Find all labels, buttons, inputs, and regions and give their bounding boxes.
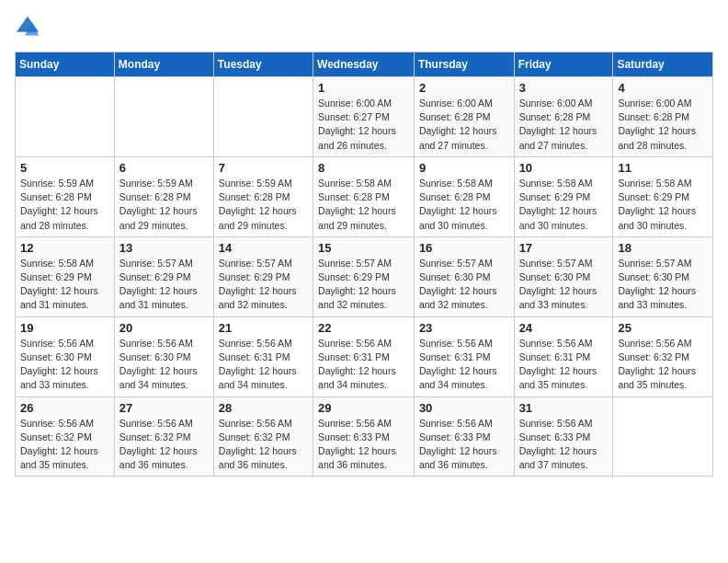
header-wednesday: Wednesday bbox=[313, 52, 415, 77]
header-saturday: Saturday bbox=[613, 52, 713, 77]
day-number: 31 bbox=[519, 401, 609, 415]
day-number: 20 bbox=[119, 321, 209, 335]
cell-week2-day4: 16Sunrise: 5:57 AM Sunset: 6:30 PM Dayli… bbox=[414, 236, 514, 316]
day-number: 11 bbox=[618, 161, 708, 175]
week-row-2: 12Sunrise: 5:58 AM Sunset: 6:29 PM Dayli… bbox=[16, 236, 713, 316]
header-friday: Friday bbox=[514, 52, 613, 77]
day-info: Sunrise: 5:56 AM Sunset: 6:33 PM Dayligh… bbox=[419, 417, 509, 473]
day-info: Sunrise: 6:00 AM Sunset: 6:28 PM Dayligh… bbox=[618, 97, 708, 153]
cell-week3-day3: 22Sunrise: 5:56 AM Sunset: 6:31 PM Dayli… bbox=[313, 316, 415, 396]
logo bbox=[15, 15, 42, 40]
calendar-table: SundayMondayTuesdayWednesdayThursdayFrid… bbox=[15, 52, 713, 477]
cell-week3-day2: 21Sunrise: 5:56 AM Sunset: 6:31 PM Dayli… bbox=[213, 316, 313, 396]
week-row-4: 26Sunrise: 5:56 AM Sunset: 6:32 PM Dayli… bbox=[16, 396, 713, 477]
day-info: Sunrise: 5:57 AM Sunset: 6:29 PM Dayligh… bbox=[119, 257, 209, 313]
cell-week3-day1: 20Sunrise: 5:56 AM Sunset: 6:30 PM Dayli… bbox=[114, 316, 213, 396]
day-info: Sunrise: 5:58 AM Sunset: 6:28 PM Dayligh… bbox=[318, 177, 409, 233]
day-info: Sunrise: 5:58 AM Sunset: 6:29 PM Dayligh… bbox=[20, 257, 109, 313]
day-number: 4 bbox=[618, 81, 708, 95]
cell-week1-day5: 10Sunrise: 5:58 AM Sunset: 6:29 PM Dayli… bbox=[514, 156, 613, 236]
day-info: Sunrise: 5:59 AM Sunset: 6:28 PM Dayligh… bbox=[119, 177, 209, 233]
header-row: SundayMondayTuesdayWednesdayThursdayFrid… bbox=[16, 52, 713, 77]
day-number: 1 bbox=[318, 81, 409, 95]
day-info: Sunrise: 5:57 AM Sunset: 6:29 PM Dayligh… bbox=[219, 257, 308, 313]
cell-week1-day2: 7Sunrise: 5:59 AM Sunset: 6:28 PM Daylig… bbox=[213, 156, 313, 236]
day-info: Sunrise: 5:56 AM Sunset: 6:30 PM Dayligh… bbox=[119, 337, 209, 393]
day-info: Sunrise: 5:59 AM Sunset: 6:28 PM Dayligh… bbox=[219, 177, 308, 233]
cell-week0-day6: 4Sunrise: 6:00 AM Sunset: 6:28 PM Daylig… bbox=[613, 77, 713, 157]
cell-week0-day5: 3Sunrise: 6:00 AM Sunset: 6:28 PM Daylig… bbox=[514, 77, 613, 157]
header-sunday: Sunday bbox=[16, 52, 115, 77]
day-info: Sunrise: 5:58 AM Sunset: 6:28 PM Dayligh… bbox=[419, 177, 509, 233]
day-info: Sunrise: 5:56 AM Sunset: 6:32 PM Dayligh… bbox=[219, 417, 308, 473]
day-info: Sunrise: 5:57 AM Sunset: 6:29 PM Dayligh… bbox=[318, 257, 409, 313]
day-number: 7 bbox=[219, 161, 308, 175]
week-row-1: 5Sunrise: 5:59 AM Sunset: 6:28 PM Daylig… bbox=[16, 156, 713, 236]
day-number: 27 bbox=[119, 401, 209, 415]
day-number: 10 bbox=[519, 161, 609, 175]
day-info: Sunrise: 5:56 AM Sunset: 6:31 PM Dayligh… bbox=[219, 337, 308, 393]
cell-week2-day5: 17Sunrise: 5:57 AM Sunset: 6:30 PM Dayli… bbox=[514, 236, 613, 316]
day-info: Sunrise: 5:57 AM Sunset: 6:30 PM Dayligh… bbox=[519, 257, 609, 313]
cell-week2-day6: 18Sunrise: 5:57 AM Sunset: 6:30 PM Dayli… bbox=[613, 236, 713, 316]
day-number: 9 bbox=[419, 161, 509, 175]
day-number: 2 bbox=[419, 81, 509, 95]
cell-week4-day4: 30Sunrise: 5:56 AM Sunset: 6:33 PM Dayli… bbox=[414, 396, 514, 477]
cell-week4-day3: 29Sunrise: 5:56 AM Sunset: 6:33 PM Dayli… bbox=[313, 396, 415, 477]
cell-week3-day4: 23Sunrise: 5:56 AM Sunset: 6:31 PM Dayli… bbox=[414, 316, 514, 396]
day-number: 3 bbox=[519, 81, 609, 95]
day-info: Sunrise: 5:57 AM Sunset: 6:30 PM Dayligh… bbox=[618, 257, 708, 313]
day-number: 24 bbox=[519, 321, 609, 335]
cell-week1-day4: 9Sunrise: 5:58 AM Sunset: 6:28 PM Daylig… bbox=[414, 156, 514, 236]
day-info: Sunrise: 5:56 AM Sunset: 6:31 PM Dayligh… bbox=[419, 337, 509, 393]
week-row-0: 1Sunrise: 6:00 AM Sunset: 6:27 PM Daylig… bbox=[16, 77, 713, 157]
cell-week1-day0: 5Sunrise: 5:59 AM Sunset: 6:28 PM Daylig… bbox=[16, 156, 115, 236]
day-number: 26 bbox=[20, 401, 109, 415]
cell-week1-day1: 6Sunrise: 5:59 AM Sunset: 6:28 PM Daylig… bbox=[114, 156, 213, 236]
day-number: 23 bbox=[419, 321, 509, 335]
cell-week3-day0: 19Sunrise: 5:56 AM Sunset: 6:30 PM Dayli… bbox=[16, 316, 115, 396]
cell-week4-day2: 28Sunrise: 5:56 AM Sunset: 6:32 PM Dayli… bbox=[213, 396, 313, 477]
day-info: Sunrise: 5:56 AM Sunset: 6:33 PM Dayligh… bbox=[519, 417, 609, 473]
calendar-header: SundayMondayTuesdayWednesdayThursdayFrid… bbox=[16, 52, 713, 77]
day-info: Sunrise: 6:00 AM Sunset: 6:28 PM Dayligh… bbox=[419, 97, 509, 153]
cell-week0-day1 bbox=[114, 77, 213, 157]
cell-week1-day3: 8Sunrise: 5:58 AM Sunset: 6:28 PM Daylig… bbox=[313, 156, 415, 236]
day-number: 18 bbox=[618, 241, 708, 255]
day-info: Sunrise: 5:57 AM Sunset: 6:30 PM Dayligh… bbox=[419, 257, 509, 313]
cell-week0-day3: 1Sunrise: 6:00 AM Sunset: 6:27 PM Daylig… bbox=[313, 77, 415, 157]
week-row-3: 19Sunrise: 5:56 AM Sunset: 6:30 PM Dayli… bbox=[16, 316, 713, 396]
day-number: 19 bbox=[20, 321, 109, 335]
day-number: 14 bbox=[219, 241, 308, 255]
cell-week1-day6: 11Sunrise: 5:58 AM Sunset: 6:29 PM Dayli… bbox=[613, 156, 713, 236]
cell-week4-day1: 27Sunrise: 5:56 AM Sunset: 6:32 PM Dayli… bbox=[114, 396, 213, 477]
cell-week2-day1: 13Sunrise: 5:57 AM Sunset: 6:29 PM Dayli… bbox=[114, 236, 213, 316]
header-thursday: Thursday bbox=[414, 52, 514, 77]
cell-week2-day2: 14Sunrise: 5:57 AM Sunset: 6:29 PM Dayli… bbox=[213, 236, 313, 316]
header bbox=[15, 15, 713, 40]
day-info: Sunrise: 5:56 AM Sunset: 6:31 PM Dayligh… bbox=[519, 337, 609, 393]
header-monday: Monday bbox=[114, 52, 213, 77]
cell-week4-day5: 31Sunrise: 5:56 AM Sunset: 6:33 PM Dayli… bbox=[514, 396, 613, 477]
day-number: 5 bbox=[20, 161, 109, 175]
day-number: 22 bbox=[318, 321, 409, 335]
day-info: Sunrise: 5:59 AM Sunset: 6:28 PM Dayligh… bbox=[20, 177, 109, 233]
day-number: 15 bbox=[318, 241, 409, 255]
day-info: Sunrise: 5:56 AM Sunset: 6:32 PM Dayligh… bbox=[20, 417, 109, 473]
header-tuesday: Tuesday bbox=[213, 52, 313, 77]
day-number: 29 bbox=[318, 401, 409, 415]
day-number: 13 bbox=[119, 241, 209, 255]
cell-week3-day6: 25Sunrise: 5:56 AM Sunset: 6:32 PM Dayli… bbox=[613, 316, 713, 396]
cell-week0-day2 bbox=[213, 77, 313, 157]
cell-week2-day3: 15Sunrise: 5:57 AM Sunset: 6:29 PM Dayli… bbox=[313, 236, 415, 316]
cell-week4-day0: 26Sunrise: 5:56 AM Sunset: 6:32 PM Dayli… bbox=[16, 396, 115, 477]
cell-week0-day0 bbox=[16, 77, 115, 157]
day-number: 16 bbox=[419, 241, 509, 255]
day-info: Sunrise: 5:58 AM Sunset: 6:29 PM Dayligh… bbox=[519, 177, 609, 233]
day-number: 6 bbox=[119, 161, 209, 175]
cell-week3-day5: 24Sunrise: 5:56 AM Sunset: 6:31 PM Dayli… bbox=[514, 316, 613, 396]
day-number: 21 bbox=[219, 321, 308, 335]
day-number: 28 bbox=[219, 401, 308, 415]
day-info: Sunrise: 5:56 AM Sunset: 6:30 PM Dayligh… bbox=[20, 337, 109, 393]
day-info: Sunrise: 5:58 AM Sunset: 6:29 PM Dayligh… bbox=[618, 177, 708, 233]
